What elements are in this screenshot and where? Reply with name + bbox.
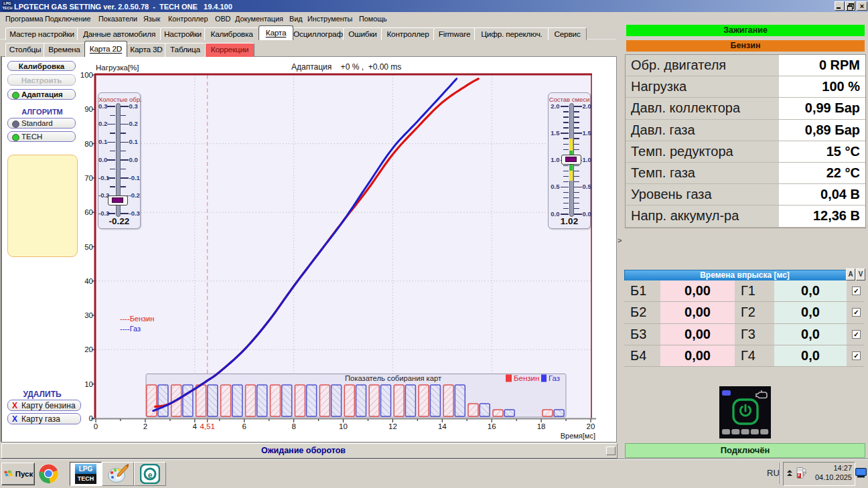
svg-text:6: 6: [242, 422, 246, 430]
svg-text:8: 8: [291, 422, 295, 430]
svg-text:18: 18: [537, 422, 546, 430]
svg-text:4: 4: [193, 422, 198, 430]
svg-text:Бензин: Бензин: [514, 374, 539, 382]
svg-text:----Газ: ----Газ: [120, 325, 141, 333]
svg-text:16: 16: [488, 422, 496, 430]
svg-text:4,51: 4,51: [200, 422, 214, 430]
svg-text:e: e: [148, 471, 153, 480]
svg-text:10: 10: [339, 422, 348, 430]
svg-text:----Бензин: ----Бензин: [120, 315, 154, 323]
svg-text:Показатель собирания карт: Показатель собирания карт: [345, 374, 441, 382]
svg-text:Адаптация +0 % , +0.00 ms: Адаптация +0 % , +0.00 ms: [291, 62, 401, 72]
svg-text:0: 0: [94, 422, 98, 430]
svg-text:2: 2: [143, 422, 147, 430]
svg-text:12: 12: [388, 422, 397, 430]
svg-text:Газ: Газ: [549, 374, 560, 382]
svg-text:14: 14: [438, 422, 447, 430]
svg-text:Время[мс]: Время[мс]: [561, 432, 595, 440]
svg-text:100: 100: [80, 71, 93, 79]
svg-text:Нагрузка[%]: Нагрузка[%]: [96, 64, 139, 72]
svg-text:20: 20: [587, 422, 595, 430]
